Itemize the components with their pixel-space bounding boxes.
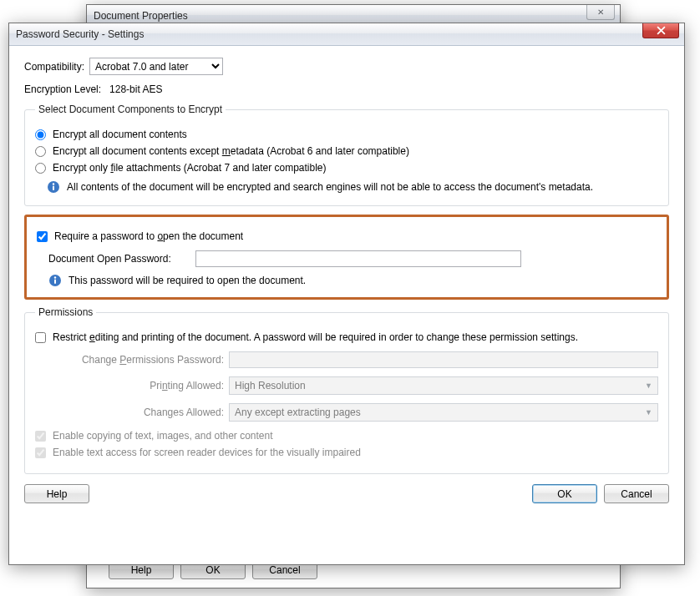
require-open-password-checkbox[interactable] <box>37 231 48 242</box>
enable-copy-row: Enable copying of text, images, and othe… <box>35 430 658 442</box>
titlebar: Password Security - Settings <box>9 23 684 46</box>
components-info-text: All contents of the document will be enc… <box>67 181 593 193</box>
dialog-title: Password Security - Settings <box>16 28 144 40</box>
enable-access-row: Enable text access for screen reader dev… <box>35 447 658 458</box>
restrict-editing-row[interactable]: Restrict editing and printing of the doc… <box>35 331 658 343</box>
encrypt-attachments-radio[interactable] <box>35 163 46 174</box>
svg-rect-5 <box>54 280 56 285</box>
encrypt-attachments-row[interactable]: Encrypt only file attachments (Acrobat 7… <box>35 162 658 174</box>
permissions-legend: Permissions <box>35 306 96 318</box>
enable-access-label: Enable text access for screen reader dev… <box>53 447 361 458</box>
open-password-highlight: Require a password to open the document … <box>24 215 669 300</box>
compatibility-row: Compatibility: Acrobat 7.0 and later <box>24 58 669 75</box>
compatibility-select[interactable]: Acrobat 7.0 and later <box>89 58 223 75</box>
open-password-info-row: This password will be required to open t… <box>48 274 657 287</box>
components-info-row: All contents of the document will be enc… <box>47 180 658 194</box>
restrict-editing-label: Restrict editing and printing of the doc… <box>53 331 578 343</box>
cancel-button[interactable]: Cancel <box>604 484 669 503</box>
chevron-down-icon: ▼ <box>645 381 652 390</box>
encrypt-all-radio[interactable] <box>35 129 46 140</box>
info-icon <box>48 274 62 287</box>
encrypt-all-row[interactable]: Encrypt all document contents <box>35 129 658 140</box>
open-password-field-row: Document Open Password: <box>48 250 657 267</box>
changes-allowed-label: Changes Allowed: <box>35 407 224 418</box>
parent-close-button[interactable]: ✕ <box>586 5 615 20</box>
enable-access-checkbox <box>35 447 46 458</box>
svg-point-4 <box>54 276 56 278</box>
open-password-input[interactable] <box>195 250 521 267</box>
svg-point-1 <box>53 183 54 184</box>
encryption-label: Encryption Level: <box>24 83 101 95</box>
printing-allowed-label: Printing Allowed: <box>35 380 224 391</box>
restrict-editing-checkbox[interactable] <box>35 332 46 343</box>
require-open-password-label: Require a password to open the document <box>54 230 243 242</box>
printing-allowed-select: High Resolution ▼ <box>229 376 658 395</box>
encrypt-except-metadata-row[interactable]: Encrypt all document contents except met… <box>35 145 658 157</box>
change-permissions-password-input <box>229 351 658 368</box>
close-icon <box>657 26 666 35</box>
changes-allowed-select: Any except extracting pages ▼ <box>229 403 658 422</box>
enable-copy-label: Enable copying of text, images, and othe… <box>53 430 273 442</box>
open-password-label: Document Open Password: <box>48 253 190 265</box>
encryption-row: Encryption Level: 128-bit AES <box>24 83 669 95</box>
components-legend: Select Document Components to Encrypt <box>35 104 226 115</box>
close-icon: ✕ <box>586 5 615 20</box>
change-permissions-password-row: Change Permissions Password: <box>35 351 658 368</box>
close-button[interactable] <box>642 23 679 38</box>
svg-rect-2 <box>53 186 54 191</box>
chevron-down-icon: ▼ <box>645 408 652 417</box>
enable-copy-checkbox <box>35 431 46 442</box>
change-permissions-password-label: Change Permissions Password: <box>35 354 224 366</box>
encryption-value: 128-bit AES <box>109 83 162 95</box>
encrypt-all-label: Encrypt all document contents <box>53 129 187 140</box>
password-security-dialog: Password Security - Settings Compatibili… <box>8 23 685 565</box>
changes-allowed-row: Changes Allowed: Any except extracting p… <box>35 403 658 422</box>
printing-allowed-row: Printing Allowed: High Resolution ▼ <box>35 376 658 395</box>
require-open-password-row[interactable]: Require a password to open the document <box>37 230 657 242</box>
ok-button[interactable]: OK <box>532 484 597 503</box>
button-bar: Help OK Cancel <box>24 484 669 503</box>
parent-title: Document Properties <box>94 10 188 22</box>
encrypt-attachments-label: Encrypt only file attachments (Acrobat 7… <box>53 162 327 174</box>
open-password-info-text: This password will be required to open t… <box>68 275 306 286</box>
encrypt-except-metadata-label: Encrypt all document contents except met… <box>53 145 409 157</box>
help-button[interactable]: Help <box>24 484 89 503</box>
permissions-group: Permissions Restrict editing and printin… <box>24 306 669 474</box>
components-group: Select Document Components to Encrypt En… <box>24 104 669 206</box>
compatibility-label: Compatibility: <box>24 61 84 73</box>
encrypt-except-metadata-radio[interactable] <box>35 146 46 157</box>
info-icon <box>47 180 60 194</box>
